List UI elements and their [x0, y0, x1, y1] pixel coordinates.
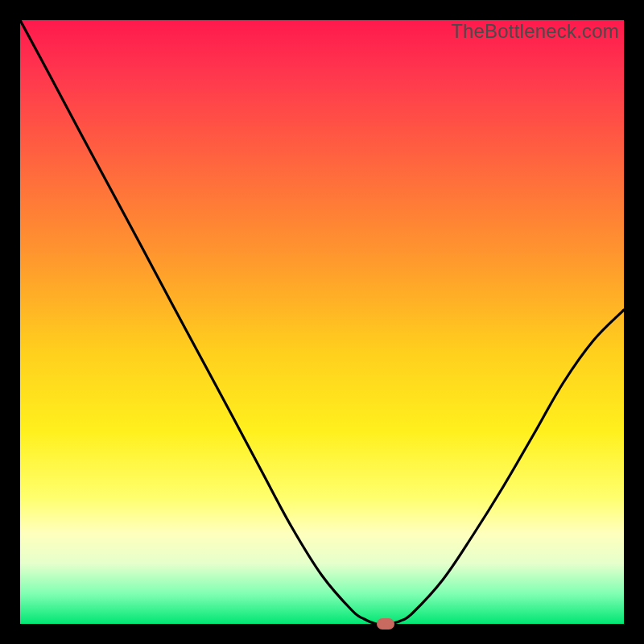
minimum-marker — [377, 618, 394, 630]
bottleneck-curve — [20, 20, 624, 624]
chart-frame: TheBottleneck.com — [0, 0, 644, 644]
plot-area: TheBottleneck.com — [20, 20, 624, 624]
